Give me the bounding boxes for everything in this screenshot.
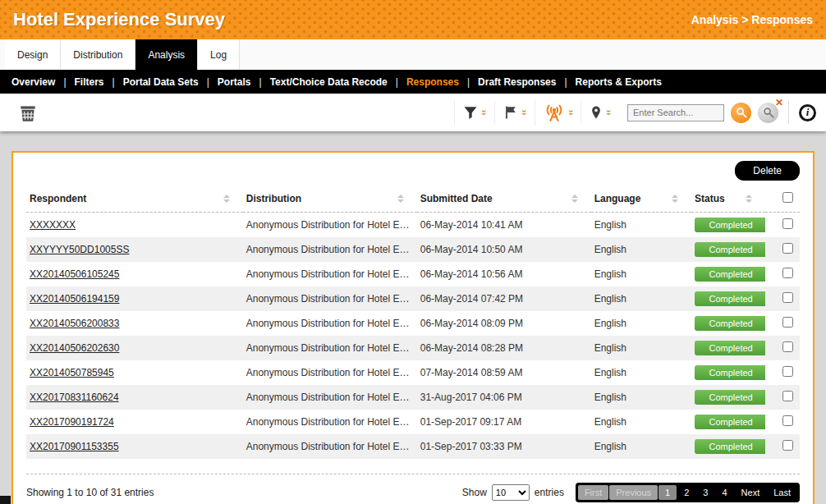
pagination-item[interactable]: First — [578, 485, 608, 500]
subnav-item[interactable]: Draft Responses — [478, 76, 576, 88]
respondent-link[interactable]: XX20170901153355 — [30, 441, 119, 452]
status-badge: Completed — [695, 291, 764, 306]
delete-button[interactable]: Delete — [735, 161, 800, 181]
analysis-subnav: Overview Filters Portal Data Sets Portal… — [0, 70, 826, 94]
select-all-checkbox[interactable] — [782, 192, 793, 203]
table-row: XXYYYY50DD1005SS Anonymous Distribution … — [26, 237, 800, 262]
respondent-link[interactable]: XXYYYY50DD1005SS — [30, 244, 129, 255]
subnav-item[interactable]: Portal Data Sets — [123, 76, 218, 88]
column-header-respondent[interactable]: Respondent — [26, 184, 243, 213]
row-checkbox[interactable] — [782, 391, 793, 401]
table-footer: Showing 1 to 10 of 31 entries Show 10 en… — [26, 474, 800, 502]
clear-search-button[interactable] — [758, 103, 778, 123]
subnav-item[interactable]: Text/Choice Data Recode — [270, 76, 406, 88]
respondent-link[interactable]: XX2017090191724 — [30, 416, 114, 428]
row-checkbox[interactable] — [782, 243, 793, 254]
main-tabs: Design Distribution Analysis Log — [0, 39, 826, 70]
pagination-item[interactable]: Next — [735, 485, 767, 500]
table-row: XX20170901153355 Anonymous Distribution … — [26, 434, 800, 459]
info-icon[interactable] — [799, 104, 816, 121]
submitted-date-cell: 06-May-2014 07:42 PM — [417, 286, 591, 311]
row-checkbox[interactable] — [782, 317, 793, 328]
broadcast-button[interactable] — [535, 99, 581, 126]
table-body: XXXXXXX Anonymous Distribution for Hotel… — [26, 213, 800, 460]
subnav-label: Responses — [406, 76, 459, 88]
pagination-item[interactable]: Last — [767, 485, 797, 500]
main-tab[interactable]: Analysis — [135, 39, 198, 70]
language-cell: English — [591, 336, 691, 360]
column-header-distribution[interactable]: Distribution — [243, 184, 417, 213]
main-tab[interactable]: Distribution — [61, 39, 135, 70]
sort-icon — [746, 195, 752, 203]
respondent-link[interactable]: XX20140506200833 — [30, 318, 119, 329]
submitted-date-cell: 06-May-2014 08:28 PM — [417, 336, 591, 360]
status-badge: Completed — [695, 218, 764, 232]
subnav-label: Portal Data Sets — [123, 76, 199, 88]
row-checkbox[interactable] — [782, 268, 793, 278]
search-input[interactable] — [627, 104, 724, 121]
distribution-cell: Anonymous Distribution for Hotel Expe... — [243, 286, 417, 311]
row-checkbox[interactable] — [782, 341, 793, 352]
respondent-link[interactable]: XXXXXXX — [30, 219, 76, 231]
search-button[interactable] — [731, 103, 751, 123]
respondent-link[interactable]: XX20140506194159 — [30, 293, 119, 305]
subnav-label: Filters — [75, 76, 104, 88]
pin-button[interactable] — [580, 101, 619, 124]
column-header-submitted-date[interactable]: Submitted Date — [417, 184, 591, 213]
distribution-cell: Anonymous Distribution for Hotel Expe... — [243, 385, 417, 410]
language-cell: English — [591, 434, 691, 459]
filter-button[interactable] — [454, 101, 494, 124]
submitted-date-cell: 01-Sep-2017 09:17 AM — [417, 410, 591, 434]
column-header-language[interactable]: Language — [591, 184, 691, 213]
trash-button[interactable] — [10, 99, 46, 126]
subnav-item[interactable]: Portals — [218, 76, 270, 88]
subnav-item[interactable]: Reports & Exports — [576, 76, 662, 88]
trash-icon — [17, 102, 39, 123]
language-cell: English — [591, 262, 691, 286]
chevron-down-icon — [480, 110, 489, 116]
language-cell: English — [591, 311, 691, 336]
column-header-status[interactable]: Status — [691, 184, 764, 213]
respondent-link[interactable]: XX20170831160624 — [30, 392, 119, 403]
status-badge: Completed — [695, 365, 764, 380]
row-checkbox[interactable] — [782, 366, 793, 377]
chevron-down-icon — [520, 110, 528, 116]
flag-icon — [502, 104, 519, 121]
respondent-link[interactable]: XX20140506202630 — [30, 342, 119, 354]
pagination-item[interactable]: 3 — [696, 485, 714, 500]
row-checkbox[interactable] — [782, 218, 793, 229]
pagination-item[interactable]: 2 — [677, 485, 695, 500]
language-cell: English — [591, 213, 691, 238]
flag-button[interactable] — [494, 101, 535, 124]
main-tab[interactable]: Log — [198, 39, 240, 70]
column-label: Submitted Date — [420, 193, 493, 204]
respondent-link[interactable]: XX2014050785945 — [30, 367, 114, 378]
table-row: XX20140506202630 Anonymous Distribution … — [26, 336, 800, 360]
tab-label: Log — [210, 49, 227, 61]
toolbar-right-group — [454, 99, 816, 126]
respondent-link[interactable]: XX20140506105245 — [30, 268, 119, 280]
table-header-row: Respondent Distribution Submitted Date L… — [26, 184, 800, 213]
submitted-date-cell: 06-May-2014 10:50 AM — [417, 237, 591, 262]
subnav-item[interactable]: Responses — [406, 76, 478, 88]
app-header: Hotel Experience Survey Analysis > Respo… — [0, 0, 826, 39]
page-size-select[interactable]: 10 — [492, 484, 530, 501]
row-checkbox[interactable] — [782, 292, 793, 303]
distribution-cell: Anonymous Distribution for Hotel Expe... — [243, 237, 417, 262]
pagination-item[interactable]: Previous — [609, 485, 658, 500]
subnav-label: Overview — [11, 76, 55, 88]
pagination-item[interactable]: 1 — [659, 485, 677, 500]
main-tab[interactable]: Design — [5, 39, 61, 70]
showing-entries-text: Showing 1 to 10 of 31 entries — [26, 487, 154, 498]
row-checkbox[interactable] — [782, 440, 793, 451]
status-badge: Completed — [695, 242, 764, 257]
pagination-item[interactable]: 4 — [715, 485, 733, 500]
submitted-date-cell: 31-Aug-2017 04:06 PM — [417, 385, 591, 410]
subnav-item[interactable]: Overview — [11, 76, 75, 88]
clear-search-icon — [763, 107, 774, 118]
language-cell: English — [591, 385, 691, 410]
subnav-item[interactable]: Filters — [75, 76, 123, 88]
row-checkbox[interactable] — [782, 415, 793, 426]
page-title: Hotel Experience Survey — [13, 9, 225, 30]
status-badge: Completed — [695, 316, 764, 331]
